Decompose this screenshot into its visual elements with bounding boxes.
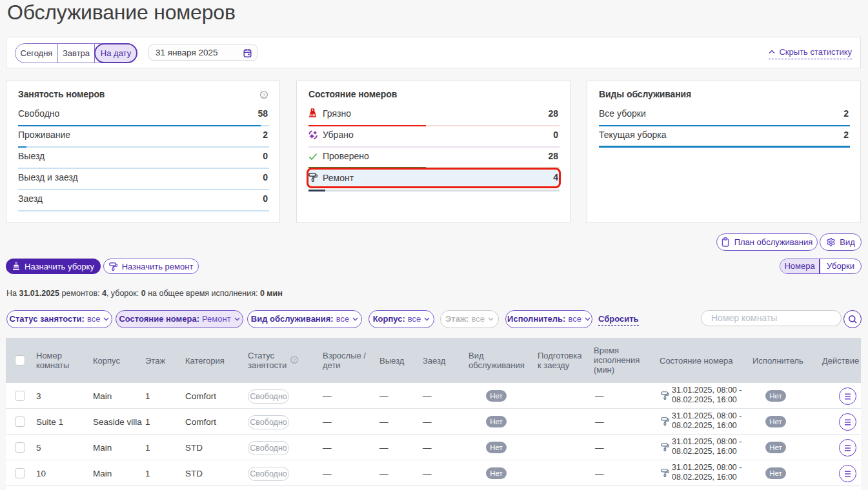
svg-text:?: ? <box>293 357 296 363</box>
svg-text:?: ? <box>263 92 266 98</box>
